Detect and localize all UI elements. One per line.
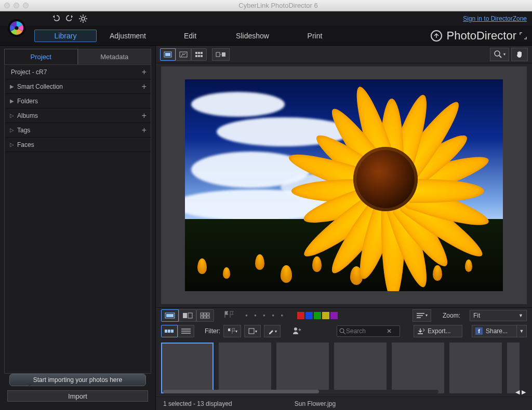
signin-link[interactable]: Sign in to DirectorZone bbox=[463, 15, 527, 22]
thumbnail[interactable] bbox=[334, 343, 387, 393]
chevron-icon[interactable]: ▷ bbox=[9, 113, 15, 118]
thumb-list-icon[interactable] bbox=[178, 325, 194, 337]
zoom-select[interactable]: Fit▼ bbox=[470, 310, 527, 321]
tree-item[interactable]: ▷ Faces bbox=[5, 138, 151, 152]
svg-point-10 bbox=[15, 26, 19, 30]
svg-rect-33 bbox=[207, 316, 209, 318]
share-menu-chevron-icon[interactable]: ▼ bbox=[516, 325, 527, 337]
sort-menu-icon[interactable]: ▾ bbox=[413, 309, 431, 322]
thumbnail[interactable] bbox=[392, 343, 444, 393]
undo-icon[interactable] bbox=[52, 15, 60, 23]
svg-rect-37 bbox=[249, 329, 254, 334]
layout-grid-icon[interactable] bbox=[196, 309, 214, 322]
chevron-icon[interactable]: ▷ bbox=[9, 127, 15, 133]
tab-library[interactable]: Library bbox=[34, 30, 97, 42]
main-tabbar: Library Adjustment Edit Slideshow Print … bbox=[0, 26, 532, 46]
svg-rect-16 bbox=[201, 52, 203, 54]
tab-adjustment[interactable]: Adjustment bbox=[97, 30, 159, 42]
color-swatch[interactable] bbox=[305, 312, 313, 319]
filter-flags-icon[interactable]: ▾ bbox=[223, 325, 241, 337]
photo-preview[interactable] bbox=[161, 66, 527, 304]
upload-circle-icon[interactable] bbox=[431, 30, 442, 42]
color-swatch[interactable] bbox=[330, 312, 338, 319]
thumbnail[interactable] bbox=[276, 343, 329, 393]
svg-rect-17 bbox=[195, 55, 197, 57]
tree-item[interactable]: ▷ Albums + bbox=[5, 108, 151, 123]
zoom-window-icon[interactable] bbox=[23, 3, 29, 8]
sidebar-tab-project[interactable]: Project bbox=[4, 49, 78, 64]
thumb-size-large-icon[interactable] bbox=[161, 325, 178, 337]
layout-single-icon[interactable] bbox=[161, 309, 179, 322]
hand-pan-icon[interactable] bbox=[511, 48, 528, 61]
fullscreen-icon[interactable] bbox=[520, 32, 527, 39]
next-icon[interactable]: ▶ bbox=[522, 389, 526, 395]
filter-edited-icon[interactable]: ▾ bbox=[264, 325, 281, 337]
settings-gear-icon[interactable] bbox=[79, 15, 87, 23]
redo-icon[interactable] bbox=[65, 15, 74, 23]
chevron-icon[interactable]: ▶ bbox=[9, 98, 15, 104]
sidebar: Project Metadata Project - cR7 + ▶ Smart… bbox=[0, 46, 156, 410]
color-swatch[interactable] bbox=[322, 312, 329, 319]
rating-stars[interactable]: ● ● ● ● ● bbox=[245, 313, 286, 318]
selection-status: 1 selected - 13 displayed bbox=[163, 400, 232, 407]
tree-item[interactable]: ▷ Tags + bbox=[5, 123, 151, 138]
tree-item[interactable]: ▶ Folders bbox=[5, 94, 151, 108]
color-swatch[interactable] bbox=[297, 312, 304, 319]
sidebar-tab-metadata[interactable]: Metadata bbox=[78, 49, 152, 64]
search-field[interactable] bbox=[346, 327, 387, 335]
flag-group-icon[interactable] bbox=[223, 310, 235, 320]
search-input[interactable]: ✕ bbox=[337, 325, 400, 337]
color-swatch[interactable] bbox=[314, 312, 321, 319]
traffic-lights[interactable] bbox=[4, 3, 29, 8]
export-button[interactable]: Export... bbox=[414, 325, 462, 337]
view-grid-icon[interactable] bbox=[191, 48, 207, 61]
tree-label: Folders bbox=[17, 98, 147, 105]
mirror-view-icon[interactable] bbox=[212, 48, 230, 61]
chevron-icon[interactable]: ▷ bbox=[9, 142, 15, 147]
tab-slideshow[interactable]: Slideshow bbox=[221, 30, 284, 42]
view-compare-icon[interactable] bbox=[176, 48, 191, 61]
thumbnail[interactable] bbox=[449, 343, 502, 393]
view-single-icon[interactable] bbox=[160, 48, 176, 61]
svg-line-5 bbox=[81, 16, 82, 17]
thumbnail[interactable] bbox=[161, 343, 214, 393]
chevron-icon[interactable]: ▶ bbox=[9, 84, 15, 89]
plus-icon[interactable]: + bbox=[142, 111, 147, 120]
svg-rect-20 bbox=[216, 52, 220, 57]
svg-rect-19 bbox=[201, 55, 203, 57]
svg-line-7 bbox=[81, 21, 82, 22]
tab-edit[interactable]: Edit bbox=[159, 30, 221, 42]
tab-print[interactable]: Print bbox=[284, 30, 346, 42]
svg-rect-32 bbox=[204, 316, 206, 318]
plus-icon[interactable]: + bbox=[142, 67, 147, 77]
thumbnail[interactable] bbox=[507, 343, 520, 393]
clear-search-icon[interactable]: ✕ bbox=[387, 327, 392, 335]
svg-point-22 bbox=[495, 51, 500, 56]
app-logo-icon bbox=[7, 19, 26, 37]
thumbnail[interactable] bbox=[219, 343, 271, 393]
filmstrip[interactable] bbox=[156, 339, 532, 397]
svg-rect-26 bbox=[183, 313, 187, 318]
tree-item[interactable]: ▶ Smart Collection + bbox=[5, 79, 151, 94]
filter-label-color-icon[interactable]: ▾ bbox=[244, 325, 261, 337]
svg-rect-31 bbox=[201, 316, 203, 318]
mac-titlebar: CyberLink PhotoDirector 6 bbox=[0, 0, 532, 11]
color-labels[interactable] bbox=[297, 312, 338, 319]
zoom-tool-icon[interactable]: ▾ bbox=[490, 48, 509, 61]
tree-label: Smart Collection bbox=[17, 83, 142, 90]
import-button[interactable]: Import bbox=[7, 390, 148, 402]
close-window-icon[interactable] bbox=[4, 3, 10, 8]
filmstrip-scrollbar[interactable] bbox=[163, 390, 438, 393]
share-button[interactable]: f Share... bbox=[472, 325, 516, 337]
svg-point-40 bbox=[340, 329, 344, 333]
plus-icon[interactable]: + bbox=[142, 82, 147, 91]
svg-point-38 bbox=[294, 327, 297, 331]
prev-icon[interactable]: ◀ bbox=[515, 389, 520, 395]
svg-line-41 bbox=[343, 332, 345, 334]
plus-icon[interactable]: + bbox=[142, 126, 147, 135]
face-tag-icon[interactable]: + bbox=[292, 326, 301, 336]
svg-rect-25 bbox=[166, 314, 174, 317]
layout-split-icon[interactable] bbox=[179, 309, 196, 322]
minimize-window-icon[interactable] bbox=[14, 3, 19, 8]
project-root[interactable]: Project - cR7 + bbox=[5, 65, 151, 79]
